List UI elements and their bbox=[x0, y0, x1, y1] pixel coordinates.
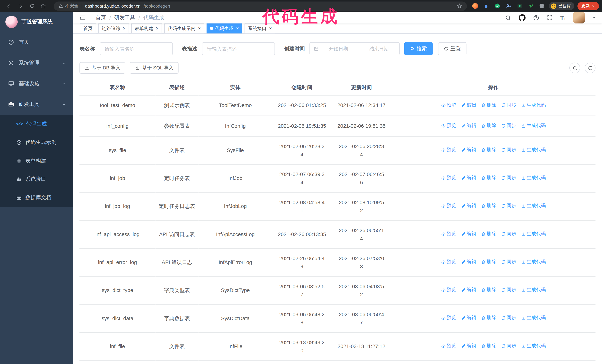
bookmark-star-icon[interactable] bbox=[456, 3, 462, 9]
action-preview-link[interactable]: 预览 bbox=[441, 101, 456, 109]
sidebar-item-db-docs[interactable]: 数据库文档 bbox=[0, 188, 73, 207]
sidebar-fold-icon[interactable] bbox=[79, 14, 86, 21]
update-button[interactable]: 更新 bbox=[577, 2, 599, 10]
action-edit-link[interactable]: 编辑 bbox=[461, 258, 476, 266]
table-desc-input[interactable] bbox=[202, 42, 275, 55]
tab-item[interactable]: 代码生成示例× bbox=[164, 23, 204, 33]
action-edit-link[interactable]: 编辑 bbox=[461, 146, 476, 154]
action-edit-link[interactable]: 编辑 bbox=[461, 174, 476, 182]
date-end-placeholder[interactable]: 结束日期 bbox=[363, 46, 396, 52]
address-bar[interactable]: 不安全 dashboard.yudao.iocoder.cn /tool/cod… bbox=[54, 1, 467, 10]
tab-close-icon[interactable]: × bbox=[269, 26, 272, 31]
sidebar-item-home[interactable]: 首页 bbox=[0, 32, 73, 52]
tab-item[interactable]: 系统接口× bbox=[245, 23, 275, 33]
action-gen-link[interactable]: 生成代码 bbox=[521, 202, 546, 210]
extensions-puzzle-icon[interactable] bbox=[538, 2, 545, 9]
action-sync-link[interactable]: 同步 bbox=[501, 174, 516, 182]
tab-close-icon[interactable]: × bbox=[123, 26, 126, 31]
sidebar-item-system-mgmt[interactable]: 系统管理 bbox=[0, 52, 73, 73]
not-secure-warning[interactable]: 不安全 bbox=[58, 3, 78, 9]
action-edit-link[interactable]: 编辑 bbox=[461, 122, 476, 130]
user-avatar[interactable] bbox=[573, 12, 585, 23]
sidebar-item-codegen[interactable]: </> 代码生成 bbox=[0, 115, 73, 133]
dark-extension-icon[interactable] bbox=[516, 2, 523, 9]
action-del-link[interactable]: 删除 bbox=[481, 230, 496, 238]
leaf-extension-icon[interactable] bbox=[527, 2, 534, 9]
drop-extension-icon[interactable] bbox=[483, 2, 489, 9]
browser-reload-icon[interactable] bbox=[27, 1, 36, 10]
action-sync-link[interactable]: 同步 bbox=[501, 146, 516, 154]
font-size-icon[interactable]: TT bbox=[560, 15, 566, 21]
import-db-button[interactable]: 基于 DB 导入 bbox=[79, 62, 125, 74]
action-edit-link[interactable]: 编辑 bbox=[461, 202, 476, 210]
sidebar-item-system-api[interactable]: 系统接口 bbox=[0, 170, 73, 188]
date-start-placeholder[interactable]: 开始日期 bbox=[322, 46, 355, 52]
action-preview-link[interactable]: 预览 bbox=[441, 342, 456, 350]
table-name-input[interactable] bbox=[100, 42, 173, 55]
tab-item[interactable]: 链路追踪× bbox=[98, 23, 129, 33]
search-icon[interactable] bbox=[505, 14, 511, 21]
action-sync-link[interactable]: 同步 bbox=[501, 258, 516, 266]
action-gen-link[interactable]: 生成代码 bbox=[521, 286, 546, 294]
action-sync-link[interactable]: 同步 bbox=[501, 230, 516, 238]
action-gen-link[interactable]: 生成代码 bbox=[521, 146, 546, 154]
check-extension-icon[interactable] bbox=[494, 2, 501, 9]
sidebar-item-codegen-example[interactable]: 代码生成示例 bbox=[0, 133, 73, 151]
action-sync-link[interactable]: 同步 bbox=[501, 202, 516, 210]
search-button[interactable]: 搜索 bbox=[404, 42, 433, 55]
github-icon[interactable] bbox=[519, 14, 526, 21]
action-preview-link[interactable]: 预览 bbox=[441, 286, 456, 294]
reset-button[interactable]: 重置 bbox=[438, 42, 466, 55]
action-del-link[interactable]: 删除 bbox=[481, 101, 496, 109]
action-edit-link[interactable]: 编辑 bbox=[461, 286, 476, 294]
action-gen-link[interactable]: 生成代码 bbox=[521, 342, 546, 350]
chevron-down-icon[interactable] bbox=[592, 16, 596, 20]
refresh-table-button[interactable] bbox=[585, 62, 595, 73]
sidebar-item-infrastructure[interactable]: 基础设施 bbox=[0, 73, 73, 94]
action-gen-link[interactable]: 生成代码 bbox=[521, 314, 546, 322]
action-gen-link[interactable]: 生成代码 bbox=[521, 174, 546, 182]
action-edit-link[interactable]: 编辑 bbox=[461, 314, 476, 322]
tab-close-icon[interactable]: × bbox=[198, 26, 201, 31]
action-sync-link[interactable]: 同步 bbox=[501, 101, 516, 109]
action-del-link[interactable]: 删除 bbox=[481, 122, 496, 130]
action-preview-link[interactable]: 预览 bbox=[441, 314, 456, 322]
help-icon[interactable] bbox=[533, 14, 540, 21]
tab-active[interactable]: 代码生成× bbox=[206, 23, 242, 33]
action-sync-link[interactable]: 同步 bbox=[501, 342, 516, 350]
tab-item[interactable]: 表单构建× bbox=[131, 23, 162, 33]
action-gen-link[interactable]: 生成代码 bbox=[521, 230, 546, 238]
action-sync-link[interactable]: 同步 bbox=[501, 286, 516, 294]
action-del-link[interactable]: 删除 bbox=[481, 202, 496, 210]
tab-close-icon[interactable]: × bbox=[236, 26, 239, 31]
browser-home-icon[interactable] bbox=[39, 1, 48, 10]
users-extension-icon[interactable] bbox=[505, 2, 512, 9]
breadcrumb-home[interactable]: 首页 bbox=[96, 14, 106, 21]
fox-extension-icon[interactable] bbox=[472, 2, 478, 9]
action-preview-link[interactable]: 预览 bbox=[441, 122, 456, 130]
action-edit-link[interactable]: 编辑 bbox=[461, 101, 476, 109]
import-sql-button[interactable]: 基于 SQL 导入 bbox=[130, 62, 178, 74]
action-del-link[interactable]: 删除 bbox=[481, 174, 496, 182]
action-del-link[interactable]: 删除 bbox=[481, 258, 496, 266]
app-logo[interactable]: 芋道管理系统 bbox=[0, 12, 73, 32]
tab-close-icon[interactable]: × bbox=[156, 26, 159, 31]
tab-item[interactable]: 首页 bbox=[80, 23, 96, 33]
sidebar-item-form-builder[interactable]: 表单构建 bbox=[0, 152, 73, 170]
action-edit-link[interactable]: 编辑 bbox=[461, 230, 476, 238]
breadcrumb-dev-tools[interactable]: 研发工具 bbox=[114, 14, 135, 21]
action-preview-link[interactable]: 预览 bbox=[441, 258, 456, 266]
action-sync-link[interactable]: 同步 bbox=[501, 122, 516, 130]
date-range-picker[interactable]: 开始日期 - 结束日期 bbox=[310, 42, 400, 55]
action-gen-link[interactable]: 生成代码 bbox=[521, 258, 546, 266]
action-preview-link[interactable]: 预览 bbox=[441, 174, 456, 182]
action-preview-link[interactable]: 预览 bbox=[441, 230, 456, 238]
action-preview-link[interactable]: 预览 bbox=[441, 146, 456, 154]
action-del-link[interactable]: 删除 bbox=[481, 146, 496, 154]
browser-forward-icon[interactable] bbox=[16, 1, 25, 10]
action-preview-link[interactable]: 预览 bbox=[441, 202, 456, 210]
action-gen-link[interactable]: 生成代码 bbox=[521, 101, 546, 109]
action-gen-link[interactable]: 生成代码 bbox=[521, 122, 546, 130]
action-del-link[interactable]: 删除 bbox=[481, 286, 496, 294]
action-sync-link[interactable]: 同步 bbox=[501, 314, 516, 322]
